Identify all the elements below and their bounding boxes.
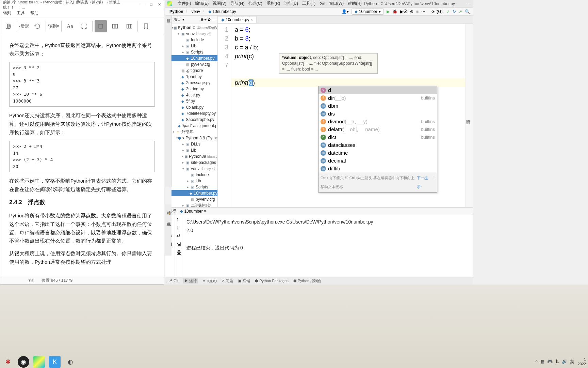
editor-tabs: ◆10number.py × bbox=[218, 16, 473, 24]
git-push-icon[interactable]: ↗ bbox=[459, 9, 462, 14]
code-editor[interactable]: 12347 a = 6; b = 3; c = a / b; print(c) … bbox=[218, 24, 473, 207]
autocomplete-item[interactable]: fdelattr(__obj, __name)builtins bbox=[318, 125, 437, 133]
system-tray[interactable]: ^ ▦ 🎮 ⇅ 🔊 英 1 2022 bbox=[535, 357, 586, 366]
crumb-root[interactable]: Python bbox=[168, 9, 185, 14]
bt-console[interactable]: ⬢ Python 控制台 bbox=[293, 278, 322, 283]
bt-todo[interactable]: ≡ TODO bbox=[203, 279, 217, 283]
autocomplete-item[interactable]: mdecimal bbox=[318, 157, 437, 165]
autocomplete-item[interactable]: mdatetime bbox=[318, 149, 437, 157]
library-icon[interactable] bbox=[2, 20, 15, 32]
up-icon[interactable]: ↑ bbox=[176, 216, 181, 223]
goto-button[interactable]: 转到 ▾ bbox=[48, 23, 59, 29]
menu-git[interactable]: Git bbox=[317, 1, 327, 6]
taskbar-app-kindle[interactable]: K bbox=[49, 356, 61, 368]
back-button[interactable]: ‹ 后退 bbox=[19, 23, 29, 29]
menu-tools[interactable]: 工具(T) bbox=[300, 1, 317, 6]
autocomplete-item[interactable]: mdataclasses bbox=[318, 141, 437, 149]
taskbar-app-pycharm[interactable] bbox=[33, 356, 45, 368]
run-icon[interactable]: ▶ bbox=[387, 9, 390, 14]
crumb-venv[interactable]: venv bbox=[190, 9, 201, 14]
autocomplete-item[interactable]: cdictbuiltins bbox=[318, 133, 437, 141]
autocomplete-item[interactable]: mdis bbox=[318, 110, 437, 118]
right-sidebar[interactable]: 阅读 bbox=[465, 24, 473, 207]
minimize-icon[interactable]: — bbox=[141, 2, 145, 7]
profile-icon[interactable]: ⊕ bbox=[410, 9, 413, 14]
next-tip-link[interactable]: 下一提示 bbox=[417, 173, 429, 191]
crumb-file[interactable]: ◆ 10number.py bbox=[207, 9, 238, 14]
close-icon[interactable]: ✕ bbox=[158, 2, 161, 7]
window-title-path: Python - C:\Users\DeW\Python\venv\10numb… bbox=[364, 1, 455, 6]
autocomplete-item[interactable]: vd bbox=[318, 86, 437, 94]
menu-view[interactable]: 视图(V) bbox=[211, 1, 228, 6]
desktop-taskbar-area: ✱ ◉ K ◐ ^ ▦ 🎮 ⇅ 🔊 英 1 2022 bbox=[0, 285, 588, 368]
tray-up-icon[interactable]: ^ bbox=[535, 359, 537, 365]
tray-ime[interactable]: 英 bbox=[570, 359, 574, 365]
git-commit-icon[interactable]: ↻ bbox=[453, 9, 456, 14]
menu-window[interactable]: 窗口(W) bbox=[327, 1, 346, 6]
tab-close-icon[interactable]: × bbox=[250, 17, 253, 22]
run-tab[interactable]: ◆ 10number × bbox=[180, 209, 206, 214]
bt-git[interactable]: ⎇ Git bbox=[168, 279, 178, 283]
menu-tools[interactable]: 工具 bbox=[17, 10, 25, 16]
user-icon[interactable]: 👤▾ bbox=[342, 9, 349, 14]
menu-goto[interactable]: 转到 bbox=[3, 10, 11, 16]
debug-icon[interactable]: 🐞 bbox=[392, 9, 397, 14]
multi-col-icon[interactable] bbox=[123, 20, 135, 32]
single-col-icon[interactable] bbox=[95, 20, 107, 32]
maximize-icon[interactable]: □ bbox=[150, 2, 152, 7]
bt-terminal[interactable]: ▣ 终端 bbox=[238, 278, 250, 283]
kindle-titlebar[interactable]: 的第3个 Kindle for PC - Python编程：从入门到实践（第2版… bbox=[0, 0, 164, 9]
two-col-icon[interactable] bbox=[109, 20, 121, 32]
autocomplete-item[interactable]: fdir(__o)builtins bbox=[318, 94, 437, 102]
autocomplete-popup[interactable]: vdfdir(__o)builtinsmdbmmdisfdivmod(__x, … bbox=[318, 86, 437, 193]
menu-refactor[interactable]: 重构(R) bbox=[264, 1, 282, 6]
editor-panel: ◆10number.py × 12347 a = 6; b = 3; c = a… bbox=[218, 16, 473, 207]
left-sidebar[interactable]: 项目 bbox=[165, 16, 172, 187]
bt-run[interactable]: ▶ 运行 bbox=[183, 278, 198, 283]
tray-gpu-icon[interactable]: ▦ bbox=[540, 359, 544, 365]
git-update-icon[interactable]: ✓ bbox=[446, 9, 450, 14]
menu-run[interactable]: 运行(U) bbox=[282, 1, 300, 6]
kindle-title-text: 的第3个 Kindle for PC - Python编程：从入门到实践（第2版… bbox=[3, 0, 141, 10]
print-icon[interactable]: 🖶 bbox=[176, 250, 181, 256]
kindle-reader[interactable]: 在终端会话中，Python直接返回运算结果。Python使用两个乘号表示乘方运算… bbox=[0, 35, 164, 276]
left-sidebar-lower[interactable]: 结构 ★ 收藏夹 bbox=[165, 204, 172, 256]
scroll-icon[interactable]: ⇲ bbox=[176, 241, 181, 248]
menu-help[interactable]: 帮助 bbox=[30, 10, 38, 16]
minimize-icon[interactable]: — bbox=[467, 1, 471, 6]
taskbar-app-steam[interactable]: ◉ bbox=[18, 356, 29, 368]
menu-code[interactable]: 代码(C) bbox=[246, 1, 264, 6]
bt-problems[interactable]: ⊘ 问题 bbox=[222, 278, 233, 283]
down-icon[interactable]: ↓ bbox=[176, 225, 181, 231]
menu-help[interactable]: 帮助(H) bbox=[346, 1, 364, 6]
taskbar-app-chrome[interactable]: ◐ bbox=[65, 356, 76, 368]
bt-packages[interactable]: ⬢ Python Packages bbox=[255, 279, 289, 283]
bookmark-icon[interactable] bbox=[140, 20, 152, 32]
project-header[interactable]: 项目 ▾ ⊕ ÷ ✿ — bbox=[172, 16, 217, 24]
menu-edit[interactable]: 编辑(E) bbox=[193, 1, 211, 6]
svg-rect-3 bbox=[99, 24, 103, 28]
autocomplete-item[interactable]: mdifflib bbox=[318, 165, 437, 172]
tray-volume-icon[interactable]: 🔊 bbox=[562, 359, 567, 365]
paragraph: 在这些示例中，空格不影响Python计算表达式的方式。它们的存在旨在让你在阅读代… bbox=[9, 177, 155, 194]
tray-gamepad-icon[interactable]: 🎮 bbox=[547, 359, 553, 365]
tray-wifi-icon[interactable]: ⇅ bbox=[555, 359, 559, 365]
editor-tab[interactable]: ◆10number.py × bbox=[218, 17, 257, 23]
console-output[interactable]: C:\Users\DeW\Python\venv\Scripts\python.… bbox=[182, 215, 473, 277]
autocomplete-item[interactable]: mdbm bbox=[318, 102, 437, 110]
tray-clock[interactable]: 1 2022 bbox=[578, 357, 586, 366]
fullscreen-icon[interactable] bbox=[78, 20, 90, 32]
taskbar-app-unknown[interactable]: ✱ bbox=[2, 356, 14, 368]
menu-file[interactable]: 文件(F) bbox=[176, 1, 193, 6]
autocomplete-item[interactable]: fdivmod(__x, __y)builtins bbox=[318, 118, 437, 125]
more-icon[interactable]: ⋯ bbox=[421, 9, 425, 14]
coverage-icon[interactable]: ▶⦿ bbox=[400, 9, 407, 14]
search-icon[interactable]: 🔍 bbox=[465, 9, 470, 14]
refresh-icon[interactable] bbox=[31, 20, 44, 32]
wrap-icon[interactable]: ↵ bbox=[176, 233, 181, 239]
stop-icon[interactable]: ■ bbox=[416, 9, 419, 14]
project-tree[interactable]: ▾▣Python C:\Users\DeW ▾▣venv library 根 ▣… bbox=[172, 24, 217, 207]
run-config-select[interactable]: ◆10number ▾ bbox=[352, 9, 384, 15]
menu-navigate[interactable]: 导航(N) bbox=[228, 1, 246, 6]
font-icon[interactable]: Aa bbox=[64, 20, 76, 32]
